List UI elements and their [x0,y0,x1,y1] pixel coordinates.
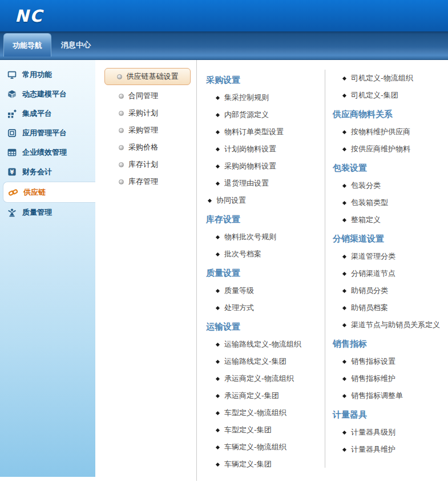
function-link-label: 采购岗物料设置 [224,161,276,171]
function-link[interactable]: 整箱定义 [333,211,448,228]
function-link-label: 计量器具维护 [351,444,395,455]
sidebar-item-supply-chain[interactable]: 供应链 [3,182,95,203]
function-link[interactable]: 销售指标设置 [333,353,448,370]
submenu-item-inventory-plan[interactable]: 库存计划 [95,156,196,173]
function-link-label: 渠道节点与助销员关系定义 [351,320,440,330]
function-link[interactable]: 车型定义-物流组织 [206,404,325,421]
function-link[interactable]: 物料批次号规则 [206,228,325,246]
function-link[interactable]: 司机定义-集团 [333,87,448,104]
bullet-diamond-icon [216,181,220,185]
function-link[interactable]: 渠道管理分类 [333,248,448,265]
function-link[interactable]: 集采控制规则 [206,89,325,106]
submenu-item-contract-management[interactable]: 合同管理 [95,87,196,105]
function-link[interactable]: 车型定义-集团 [206,421,325,439]
function-link[interactable]: 车辆定义-集团 [206,456,325,473]
function-link[interactable]: 承运商定义-集团 [206,387,325,404]
group-heading: 运输设置 [206,318,325,335]
bullet-diamond-icon [208,198,212,202]
function-link[interactable]: 物料订单类型设置 [206,123,325,140]
submenu-item-purchase-price[interactable]: 采购价格 [95,139,196,156]
submenu-item-purchase-plan[interactable]: 采购计划 [95,105,196,122]
function-link-label: 助销员分类 [351,286,388,296]
bullet-diamond-icon [216,462,220,466]
function-link-label: 销售指标调整单 [351,391,403,401]
sidebar-item-financial-accounting[interactable]: ¥财务会计 [0,162,95,182]
bullet-diamond-icon [342,76,346,80]
sidebar-item-quality-management[interactable]: 质量管理 [0,203,95,222]
bullet-diamond-icon [342,288,346,292]
bullet-sphere-icon [119,145,124,150]
group-heading: 库存设置 [206,211,325,228]
function-link[interactable]: 处理方式 [206,299,325,316]
function-link-label: 司机定义-物流组织 [351,73,413,83]
sidebar-item-common-functions[interactable]: 常用功能 [0,65,95,85]
function-link-label: 运输路线定义-物流组织 [224,339,301,350]
bullet-diamond-icon [216,288,220,292]
function-link[interactable]: 内部货源定义 [206,106,325,123]
module-sidebar: 常用功能动态建模平台集成平台应用管理平台企业绩效管理¥财务会计供应链质量管理 [0,60,95,477]
function-link[interactable]: 渠道节点与助销员关系定义 [333,316,448,334]
function-link[interactable]: 按物料维护供应商 [333,123,448,140]
sidebar-item-dynamic-modeling-platform[interactable]: 动态建模平台 [0,85,95,104]
function-link[interactable]: 计量器具维护 [333,441,448,458]
submenu-item-supply-chain-basic-settings[interactable]: 供应链基础设置 [104,68,191,85]
function-link[interactable]: 司机定义-物流组织 [333,70,448,87]
function-link[interactable]: 批次号档案 [206,246,325,263]
function-link[interactable]: 协同设置 [206,192,325,209]
bullet-diamond-icon [342,271,346,275]
function-link-label: 司机定义-集团 [351,90,398,101]
sidebar-item-enterprise-performance-management[interactable]: 企业绩效管理 [0,143,95,162]
bullet-sphere-icon [119,162,124,167]
sidebar-item-integration-platform[interactable]: 集成平台 [0,104,95,123]
function-link[interactable]: 车辆定义-物流组织 [206,439,325,456]
function-link[interactable]: 计量器具级别 [333,424,448,441]
function-link[interactable]: 销售指标调整单 [333,387,448,404]
function-link[interactable]: 助销员分类 [333,282,448,299]
function-link-label: 物料批次号规则 [224,232,276,242]
function-link[interactable]: 包装箱类型 [333,194,448,211]
function-link[interactable]: 采购岗物料设置 [206,158,325,175]
bullet-diamond-icon [216,235,220,239]
function-link[interactable]: 助销员档案 [333,299,448,316]
function-link-label: 承运商定义-集团 [224,391,279,401]
content-column-1: 采购设置集采控制规则内部货源定义物料订单类型设置计划岗物料设置采购岗物料设置退货… [197,70,325,490]
submenu-item-purchase-management[interactable]: 采购管理 [95,122,196,139]
cube-icon [7,90,18,99]
submenu-item-label: 库存管理 [128,176,158,187]
bullet-diamond-icon [342,183,346,187]
function-link[interactable]: 销售指标维护 [333,370,448,387]
submenu-item-label: 采购计划 [128,108,158,118]
function-link[interactable]: 承运商定义-物流组织 [206,370,325,387]
bullet-diamond-icon [216,411,220,415]
bullet-sphere-icon [119,179,124,184]
function-link-label: 整箱定义 [351,215,381,225]
content-column-2: 司机定义-物流组织司机定义-集团供应商物料关系按物料维护供应商按供应商维护物料包… [325,70,448,490]
function-link-label: 质量等级 [224,286,254,296]
function-link[interactable]: 计划岗物料设置 [206,140,325,158]
sidebar-item-application-management-platform[interactable]: 应用管理平台 [0,123,95,143]
submenu-item-label: 采购管理 [128,125,158,135]
yuan-icon: ¥ [7,167,18,176]
bullet-diamond-icon [342,323,346,327]
bullet-diamond-icon [216,164,220,168]
group-heading: 采购设置 [206,71,325,89]
tab-message-center[interactable]: 消息中心 [56,33,96,57]
function-link-label: 销售指标维护 [351,373,395,384]
function-link-label: 助销员档案 [351,303,388,313]
svg-text:¥: ¥ [10,168,14,175]
function-link[interactable]: 按供应商维护物料 [333,140,448,158]
function-link[interactable]: 运输路线定义-物流组织 [206,336,325,353]
bullet-diamond-icon [216,113,220,117]
function-link[interactable]: 退货理由设置 [206,175,325,192]
function-link[interactable]: 包装分类 [333,177,448,194]
function-link-label: 车辆定义-集团 [224,459,272,469]
function-link[interactable]: 质量等级 [206,282,325,299]
tab-function-navigation[interactable]: 功能导航 [3,33,51,57]
bullet-diamond-icon [216,147,220,151]
function-link-label: 集采控制规则 [224,93,269,103]
function-link[interactable]: 运输路线定义-集团 [206,353,325,370]
function-link-label: 车型定义-物流组织 [224,408,286,418]
function-link[interactable]: 分销渠道节点 [333,265,448,282]
bullet-diamond-icon [216,445,220,449]
submenu-item-inventory-management[interactable]: 库存管理 [95,173,196,190]
